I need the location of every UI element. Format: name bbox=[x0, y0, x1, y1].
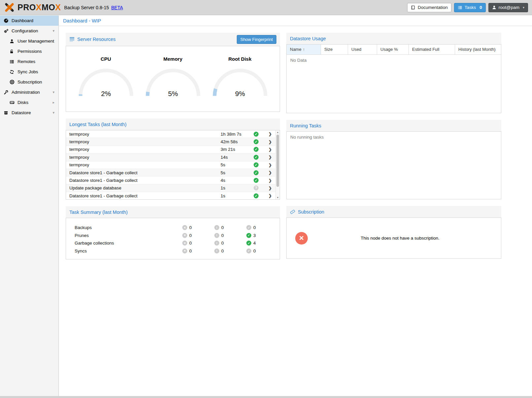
task-row[interactable]: Datastore store1 - Garbage collect 4s ✓ … bbox=[66, 177, 280, 184]
chevron-down-icon: ▾ bbox=[53, 29, 54, 33]
task-row[interactable]: termproxy 5s ✓ ❯ bbox=[66, 161, 280, 169]
server-resources-header: Server Resources Show Fingerprint bbox=[66, 33, 280, 46]
scrollbar-thumb[interactable] bbox=[276, 135, 279, 187]
sidebar-item-label: Sync Jobs bbox=[18, 69, 38, 74]
sidebar-item-user-management[interactable]: User Management bbox=[0, 36, 58, 46]
panel-title: Server Resources bbox=[77, 37, 116, 42]
column-header-usage-pct[interactable]: Usage % bbox=[377, 45, 409, 54]
sidebar-item-permissions[interactable]: Permissions bbox=[0, 46, 58, 56]
chevron-down-icon: ▾ bbox=[523, 6, 524, 9]
longest-tasks-panel: Longest Tasks (last Month) termproxy 1h … bbox=[66, 118, 280, 200]
book-icon bbox=[411, 5, 415, 10]
status-ok-icon: ✓ bbox=[254, 170, 259, 175]
subscription-header: Subscription bbox=[286, 206, 501, 217]
status-ok-icon: ✓ bbox=[254, 178, 259, 183]
sidebar-item-configuration[interactable]: Configuration ▾ bbox=[0, 26, 58, 36]
summary-row-syncs: Syncs ✕0 !0 ✓0 bbox=[75, 247, 271, 255]
panel-title: Longest Tasks (last Month) bbox=[69, 122, 126, 127]
empty-table-message: No Data bbox=[287, 54, 501, 113]
summary-row-backups: Backups ✕0 !0 ✓0 bbox=[75, 224, 271, 232]
tachometer-icon bbox=[3, 18, 9, 23]
column-header-estimated-full[interactable]: Estimated Full bbox=[409, 45, 455, 54]
task-row[interactable]: Update package database 1s ? ❯ bbox=[66, 184, 280, 192]
sidebar-item-sync-jobs[interactable]: Sync Jobs bbox=[0, 67, 58, 77]
scroll-down-arrow[interactable]: ▼ bbox=[276, 196, 280, 199]
root-disk-gauge: Root Disk 9% bbox=[212, 46, 268, 112]
sidebar-item-remotes[interactable]: Remotes bbox=[0, 56, 58, 67]
task-row[interactable]: termproxy 1h 38m 7s ✓ ❯ bbox=[66, 130, 280, 138]
sidebar-item-label: Datastore bbox=[12, 110, 31, 115]
proxmox-logo: PROXMOX bbox=[4, 2, 61, 13]
page-title: Dashboard - WIP bbox=[59, 15, 532, 26]
table-header-row: Name↑ Size Used Usage % Estimated Full H… bbox=[287, 45, 501, 54]
panel-title: Subscription bbox=[298, 209, 324, 215]
sidebar-item-administration[interactable]: Administration ▾ bbox=[0, 87, 58, 97]
warning-count-icon: ! bbox=[214, 225, 219, 230]
scroll-up-arrow[interactable]: ▲ bbox=[276, 131, 280, 133]
proxmox-wordmark: PROXMOX bbox=[18, 3, 61, 12]
show-fingerprint-button[interactable]: Show Fingerprint bbox=[237, 35, 276, 44]
sidebar-item-datastore[interactable]: Datastore ▾ bbox=[0, 108, 58, 118]
user-menu-button[interactable]: root@pam ▾ bbox=[488, 3, 528, 12]
sidebar-item-label: Remotes bbox=[18, 59, 35, 64]
server-resources-icon bbox=[69, 37, 75, 42]
sidebar-item-subscription[interactable]: Subscription bbox=[0, 77, 58, 87]
gears-icon bbox=[3, 28, 9, 33]
sidebar-item-label: Administration bbox=[12, 90, 40, 95]
panel-title: Task Summary (last Month) bbox=[69, 210, 127, 215]
task-row[interactable]: Datastore store1 - Garbage collect 5s ✓ … bbox=[66, 169, 280, 177]
datastore-usage-table: Name↑ Size Used Usage % Estimated Full H… bbox=[286, 44, 501, 113]
memory-gauge-arc: 5% bbox=[145, 67, 201, 98]
vertical-scrollbar[interactable]: ▲ ▼ bbox=[275, 130, 280, 199]
status-ok-icon: ✓ bbox=[254, 193, 259, 198]
summary-row-garbage-collections: Garbage collections ✕0 !0 ✓4 bbox=[75, 239, 271, 247]
cpu-gauge: CPU 2% bbox=[78, 46, 134, 112]
bottom-edge-strip bbox=[0, 396, 532, 398]
longest-tasks-header: Longest Tasks (last Month) bbox=[66, 118, 280, 130]
sidebar-item-dashboard[interactable]: Dashboard bbox=[0, 16, 58, 26]
chevron-down-icon: ▾ bbox=[53, 111, 54, 115]
subscription-body: ✕ This node does not have a subscription… bbox=[286, 217, 501, 259]
sidebar-item-label: User Management bbox=[18, 39, 54, 44]
error-count-icon: ✕ bbox=[182, 241, 187, 246]
task-row[interactable]: termproxy 14s ✓ ❯ bbox=[66, 153, 280, 161]
running-tasks-panel: Running Tasks No running tasks bbox=[286, 120, 501, 199]
sidebar-item-label: Disks bbox=[18, 100, 28, 105]
sort-ascending-icon: ↑ bbox=[303, 47, 305, 52]
tasks-button[interactable]: Tasks 0 bbox=[454, 3, 486, 12]
task-list-icon bbox=[458, 5, 462, 10]
column-header-used[interactable]: Used bbox=[348, 45, 377, 54]
sidebar-item-disks[interactable]: Disks ▸ bbox=[0, 97, 58, 108]
ok-count-icon: ✓ bbox=[246, 249, 251, 253]
running-tasks-header: Running Tasks bbox=[286, 120, 501, 131]
archive-box-icon bbox=[3, 111, 9, 115]
ok-count-icon: ✓ bbox=[246, 241, 251, 246]
beta-link[interactable]: BETA bbox=[111, 5, 123, 10]
task-summary-header: Task Summary (last Month) bbox=[66, 206, 280, 218]
svg-text:9%: 9% bbox=[235, 90, 245, 97]
task-row[interactable]: termproxy 3m 21s ✓ ❯ bbox=[66, 146, 280, 153]
ticket-icon bbox=[290, 209, 295, 215]
subscription-message: This node does not have a subscription. bbox=[308, 236, 492, 241]
subscription-panel: Subscription ✕ This node does not have a… bbox=[286, 206, 501, 259]
status-unknown-icon: ? bbox=[254, 185, 259, 190]
tasks-count-badge: 0 bbox=[479, 5, 482, 10]
refresh-icon bbox=[9, 70, 15, 74]
task-row[interactable]: Datastore store1 - Garbage collect 1s ✓ … bbox=[66, 192, 280, 200]
sidebar-item-label: Configuration bbox=[12, 28, 38, 33]
documentation-button[interactable]: Documentation bbox=[407, 3, 451, 12]
warning-count-icon: ! bbox=[214, 249, 219, 253]
column-header-name[interactable]: Name↑ bbox=[287, 45, 321, 54]
warning-count-icon: ! bbox=[214, 233, 219, 238]
status-ok-icon: ✓ bbox=[254, 139, 259, 144]
column-header-history[interactable]: History (last Month) bbox=[455, 45, 501, 54]
column-header-size[interactable]: Size bbox=[321, 45, 348, 54]
status-ok-icon: ✓ bbox=[254, 155, 259, 160]
task-row[interactable]: termproxy 42m 58s ✓ ❯ bbox=[66, 138, 280, 146]
memory-gauge: Memory 5% bbox=[145, 46, 201, 112]
wrench-icon bbox=[3, 90, 9, 95]
server-resources-panel: Server Resources Show Fingerprint CPU 2%… bbox=[66, 33, 280, 112]
sidebar-item-label: Dashboard bbox=[12, 18, 33, 23]
empty-running-tasks-message: No running tasks bbox=[286, 131, 501, 199]
main-area: Dashboard - WIP Server Resources Show Fi… bbox=[59, 15, 532, 396]
